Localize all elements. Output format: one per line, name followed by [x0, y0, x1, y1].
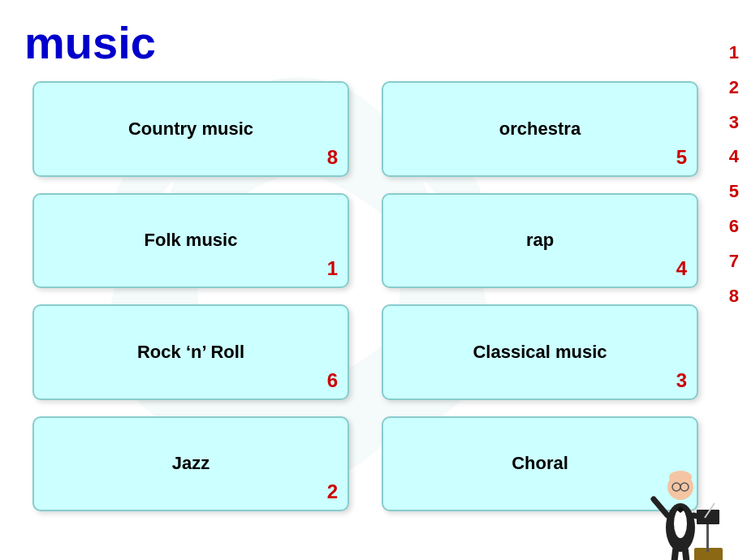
card-label-classical-music: Classical music: [473, 342, 607, 363]
card-orchestra[interactable]: orchestra5: [382, 81, 698, 177]
right-number-3: 3: [729, 110, 739, 136]
svg-line-13: [672, 550, 676, 560]
svg-line-10: [654, 499, 667, 515]
card-jazz[interactable]: Jazz2: [32, 416, 349, 512]
card-label-rock-n-roll: Rock ‘n’ Roll: [137, 342, 244, 363]
right-number-1: 1: [729, 41, 739, 66]
svg-point-17: [669, 471, 692, 484]
card-folk-music[interactable]: Folk music1: [32, 193, 349, 289]
card-number-orchestra: 5: [676, 146, 687, 169]
cards-grid: Country music8orchestra5Folk music1rap4R…: [32, 81, 698, 511]
card-label-orchestra: orchestra: [499, 118, 581, 140]
card-number-folk-music: 1: [327, 257, 338, 280]
card-number-classical-music: 3: [676, 369, 687, 392]
right-number-2: 2: [729, 75, 739, 101]
svg-point-8: [674, 509, 687, 538]
svg-line-11: [693, 515, 705, 518]
card-label-rap: rap: [526, 230, 554, 251]
card-label-country-music: Country music: [128, 118, 253, 140]
conductor-figure: [650, 422, 731, 552]
card-label-folk-music: Folk music: [145, 230, 238, 251]
card-number-jazz: 2: [327, 480, 338, 503]
right-number-7: 7: [729, 249, 739, 274]
card-classical-music[interactable]: Classical music3: [382, 304, 698, 400]
card-number-rap: 4: [676, 257, 687, 280]
card-number-rock-n-roll: 6: [327, 369, 338, 392]
card-label-jazz: Jazz: [172, 453, 209, 474]
card-country-music[interactable]: Country music8: [32, 81, 349, 177]
card-number-country-music: 8: [327, 146, 338, 169]
right-number-8: 8: [729, 284, 739, 309]
right-number-6: 6: [729, 214, 739, 239]
card-label-choral: Choral: [512, 453, 568, 474]
right-number-list: 12345678: [729, 41, 739, 308]
right-number-5: 5: [729, 179, 739, 205]
page-title: music: [24, 16, 156, 69]
card-rap[interactable]: rap4: [382, 193, 698, 289]
card-rock-n-roll[interactable]: Rock ‘n’ Roll6: [32, 304, 349, 400]
right-number-4: 4: [729, 144, 739, 170]
svg-line-14: [685, 550, 689, 560]
